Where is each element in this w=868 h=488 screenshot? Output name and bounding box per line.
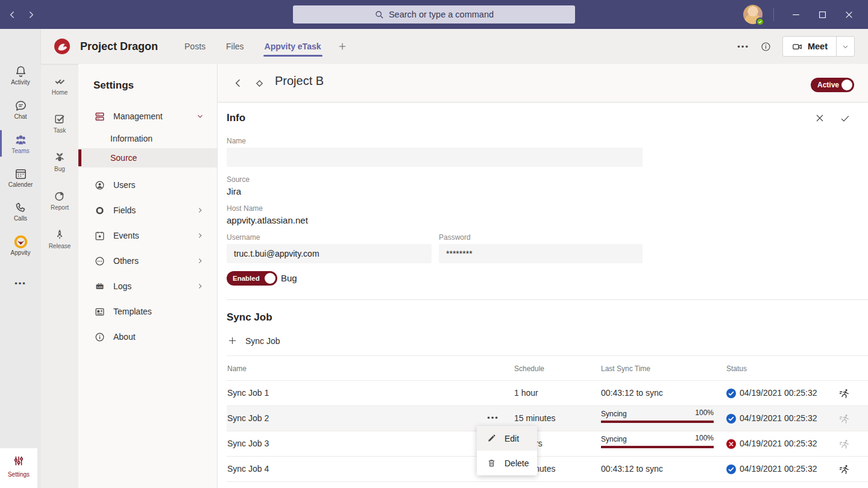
sidebar-item-activity[interactable]: Activity <box>0 64 41 86</box>
module-item-settings[interactable]: Settings <box>0 448 37 488</box>
page-title: Project B <box>275 74 324 88</box>
module-item-bug[interactable]: Bug <box>41 150 78 172</box>
context-menu-item-label: Edit <box>505 434 519 443</box>
status-success-icon <box>726 414 736 424</box>
management-servers-icon <box>93 110 105 122</box>
pencil-icon <box>486 433 497 443</box>
module-item-task[interactable]: Task <box>41 111 78 134</box>
sidebar-item-chat[interactable]: Chat <box>0 98 41 120</box>
username-input[interactable] <box>227 244 432 263</box>
save-check-icon[interactable] <box>839 112 851 127</box>
rail-more-button[interactable]: ••• <box>0 279 41 288</box>
settings-nav-item-users[interactable]: Users <box>78 172 217 198</box>
cell-schedule: 1 hour <box>514 388 538 398</box>
row-context-menu: Edit Delete <box>477 426 537 475</box>
settings-nav-item-management[interactable]: Management <box>78 104 217 129</box>
sidebar-item-teams[interactable]: Teams <box>0 133 41 154</box>
bug-toggle-field-label: Bug <box>281 273 297 283</box>
meet-button[interactable]: Meet <box>783 37 836 56</box>
team-logo-dragon-icon <box>53 37 71 55</box>
context-menu-delete[interactable]: Delete <box>477 451 537 475</box>
settings-nav-item-others[interactable]: Others <box>78 248 217 274</box>
info-section-heading: Info <box>227 112 245 124</box>
settings-nav-item-source[interactable]: Source <box>78 148 217 167</box>
cell-schedule: 15 minutes <box>514 413 555 423</box>
bug-enabled-toggle[interactable]: Enabled <box>227 271 277 286</box>
sidebar-item-appvity[interactable]: Appvity <box>0 234 41 256</box>
cell-status-date: 04/19/2021 00:25:32 <box>740 464 817 474</box>
rail-item-label: Teams <box>0 148 41 154</box>
tab-appvity-etask[interactable]: Appvity eTask <box>265 36 321 57</box>
module-item-label: Home <box>41 89 78 96</box>
maximize-button[interactable] <box>809 0 835 29</box>
status-error-icon <box>726 439 736 449</box>
add-tab-button[interactable] <box>337 41 348 52</box>
meet-button-label: Meet <box>808 42 828 51</box>
table-row[interactable]: Sync Job 4 30 minutes 00:43:12 to sync 0… <box>227 457 868 482</box>
run-sync-icon[interactable] <box>838 463 851 475</box>
rail-item-label: Calender <box>0 181 41 188</box>
team-title: Project Dragon <box>80 40 158 53</box>
module-item-home[interactable]: Home <box>41 74 78 96</box>
nav-item-label: Logs <box>113 281 131 291</box>
meet-dropdown-button[interactable] <box>836 37 854 56</box>
minimize-button[interactable] <box>782 0 809 29</box>
sidebar-item-calendar[interactable]: Calender <box>0 166 41 188</box>
module-item-release[interactable]: Release <box>41 227 78 249</box>
back-button[interactable] <box>232 77 244 92</box>
run-sync-icon[interactable] <box>838 387 851 399</box>
titlebar-divider <box>773 8 774 21</box>
module-item-label: Release <box>41 243 78 249</box>
nav-item-label: Source <box>110 153 137 163</box>
active-toggle[interactable]: Active <box>811 78 854 92</box>
cancel-icon[interactable] <box>814 112 826 127</box>
search-input[interactable]: Search or type a command <box>293 5 575 23</box>
context-menu-edit[interactable]: Edit <box>477 426 537 451</box>
events-calendar-star-icon <box>93 230 105 242</box>
others-ellipsis-circle-icon <box>93 255 105 267</box>
settings-nav-item-events[interactable]: Events <box>78 223 217 248</box>
settings-nav-item-about[interactable]: About <box>78 324 217 349</box>
sync-progress-percent: 100% <box>695 434 714 442</box>
host-field-value: appvity.atlassian.net <box>227 215 308 225</box>
settings-nav-item-fields[interactable]: Fields <box>78 198 217 223</box>
toggle-knob <box>265 273 275 284</box>
settings-nav-item-templates[interactable]: Templates <box>78 299 217 324</box>
channel-more-button[interactable]: ••• <box>737 42 749 51</box>
history-forward-button[interactable] <box>26 10 36 20</box>
tab-bar: Posts Files Appvity eTask <box>184 36 321 57</box>
source-field-label: Source <box>227 175 250 184</box>
module-item-report[interactable]: Report <box>41 189 78 211</box>
close-button[interactable] <box>835 0 862 29</box>
sync-progress-percent: 100% <box>695 408 714 417</box>
sync-job-section-heading: Sync Job <box>227 311 272 324</box>
tab-files[interactable]: Files <box>226 36 244 57</box>
tab-posts[interactable]: Posts <box>184 36 206 57</box>
add-sync-job-button[interactable]: Sync Job <box>227 335 280 346</box>
templates-icon <box>93 305 105 318</box>
name-field-label: Name <box>227 137 246 145</box>
chevron-right-icon <box>196 257 204 265</box>
module-item-label: Bug <box>41 166 78 172</box>
sync-progress: Syncing 100% <box>601 434 714 448</box>
table-row[interactable]: Sync Job 1 1 hour 00:43:12 to sync 04/19… <box>227 381 868 406</box>
password-input[interactable] <box>439 244 643 263</box>
chevron-down-icon <box>196 112 204 120</box>
table-row[interactable]: Sync Job 3 2 hours Syncing 100% 04/19/20… <box>227 431 868 457</box>
cell-status-date: 04/19/2021 00:25:32 <box>740 388 817 398</box>
avatar[interactable] <box>743 5 763 24</box>
table-row[interactable]: Sync Job 2 ••• 15 minutes Syncing 100% 0… <box>227 406 868 431</box>
settings-nav-item-information[interactable]: Information <box>78 129 217 148</box>
info-circle-icon[interactable] <box>760 41 772 52</box>
settings-nav-item-logs[interactable]: LOG Logs <box>78 274 217 299</box>
rail-item-label: Appvity <box>0 249 41 256</box>
plus-icon <box>227 335 238 346</box>
nav-item-label: Fields <box>113 205 136 215</box>
name-input[interactable] <box>227 148 643 167</box>
history-back-button[interactable] <box>7 10 17 20</box>
toggle-knob <box>841 80 852 90</box>
sidebar-item-calls[interactable]: Calls <box>0 200 41 222</box>
row-more-button[interactable]: ••• <box>483 410 503 425</box>
page-header: Project B Active <box>218 64 868 102</box>
toggle-label: Enabled <box>233 275 260 282</box>
